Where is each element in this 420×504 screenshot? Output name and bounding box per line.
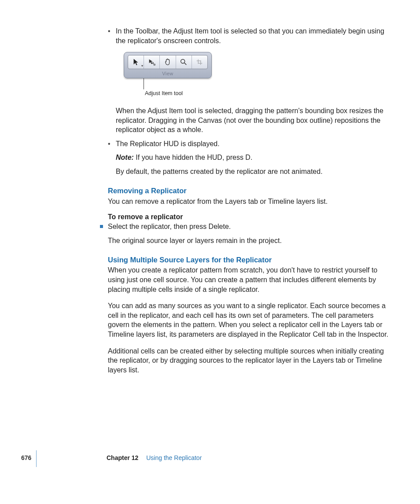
arrow-tool-button[interactable]: ▾ xyxy=(128,55,144,69)
svg-point-2 xyxy=(181,59,185,63)
chapter-title: Using the Replicator xyxy=(146,454,202,461)
footer-rule xyxy=(36,450,37,467)
section-heading-multisource: Using Multiple Source Layers for the Rep… xyxy=(108,255,394,265)
body-text: In the Toolbar, the Adjust Item tool is … xyxy=(116,27,384,44)
chapter-reference: Chapter 12 Using the Replicator xyxy=(107,454,202,461)
magnifier-icon xyxy=(180,58,188,66)
toolbar-view-label: View xyxy=(128,70,208,77)
callout-caption: Adjust Item tool xyxy=(145,90,394,97)
step-item: Select the replicator, then press Delete… xyxy=(100,222,394,232)
howto-heading: To remove a replicator xyxy=(108,212,394,222)
list-item: In the Toolbar, the Adjust Item tool is … xyxy=(108,26,394,135)
step-text: Select the replicator, then press Delete… xyxy=(108,223,231,230)
body-text: The Replicator HUD is displayed. xyxy=(116,140,220,147)
body-text: By default, the patterns created by the … xyxy=(116,167,394,177)
adjust-item-icon xyxy=(148,58,156,66)
page-number: 676 xyxy=(21,454,31,461)
bullet-list: In the Toolbar, the Adjust Item tool is … xyxy=(108,26,394,176)
toolbar-figure: ▾ xyxy=(124,52,394,97)
svg-rect-1 xyxy=(154,64,155,66)
toolbar-button-row: ▾ xyxy=(128,55,208,69)
body-text: You can remove a replicator from the Lay… xyxy=(108,197,394,206)
pan-tool-button[interactable] xyxy=(160,55,176,69)
body-column: In the Toolbar, the Adjust Item tool is … xyxy=(108,26,394,375)
body-text: You can add as many sources as you want … xyxy=(108,301,394,339)
zoom-tool-button[interactable] xyxy=(176,55,192,69)
page: In the Toolbar, the Adjust Item tool is … xyxy=(0,0,420,478)
note-label: Note: xyxy=(116,154,134,161)
body-text: When you create a replicator pattern fro… xyxy=(108,265,394,294)
note-paragraph: Note: If you have hidden the HUD, press … xyxy=(116,153,394,162)
body-text: The original source layer or layers rema… xyxy=(108,236,394,246)
crop-tool-button[interactable] xyxy=(192,55,207,69)
callout-line xyxy=(144,78,144,89)
arrow-icon xyxy=(132,58,140,66)
section-heading-removing: Removing a Replicator xyxy=(108,186,394,195)
body-text: When the Adjust Item tool is selected, d… xyxy=(116,106,394,135)
adjust-item-tool-button[interactable] xyxy=(144,55,160,69)
note-text: If you have hidden the HUD, press D. xyxy=(134,154,252,161)
body-text: Additional cells can be created either b… xyxy=(108,346,394,375)
list-item: The Replicator HUD is displayed. Note: I… xyxy=(108,139,394,177)
chevron-down-icon: ▾ xyxy=(141,64,143,69)
crop-icon xyxy=(195,58,203,66)
svg-rect-0 xyxy=(152,63,154,64)
toolbar-panel: ▾ xyxy=(124,52,212,78)
hand-icon xyxy=(164,58,172,66)
svg-line-3 xyxy=(184,63,187,65)
chapter-label: Chapter 12 xyxy=(107,454,138,461)
